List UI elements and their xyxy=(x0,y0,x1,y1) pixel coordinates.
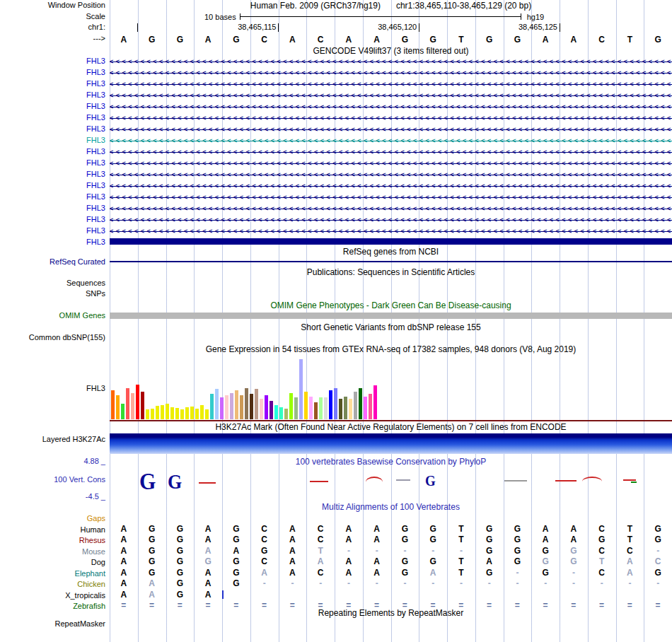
gene-transcript[interactable]: <<<<<<<<<<<<<<<<<<<<<<<<<<<<<<<<<<<<<<<<… xyxy=(110,169,672,180)
gene-label-fhl3[interactable]: FHL3 xyxy=(0,214,110,226)
gtex-bar[interactable] xyxy=(111,390,115,419)
conservation-letter[interactable]: G xyxy=(139,472,156,491)
conservation-letter[interactable]: G xyxy=(425,474,436,486)
dbsnp-label[interactable]: Common dbSNP(155) xyxy=(0,332,110,344)
alignment-row-x_tropicalis[interactable]: X_tropicalisAAGA xyxy=(0,590,672,601)
gene-label-fhl3[interactable]: FHL3 xyxy=(0,158,110,169)
gene-transcript[interactable]: <<<<<<<<<<<<<<<<<<<<<<<<<<<<<<<<<<<<<<<<… xyxy=(110,101,672,112)
gene-transcript[interactable]: <<<<<<<<<<<<<<<<<<<<<<<<<<<<<<<<<<<<<<<<… xyxy=(110,112,672,124)
alignment-row-dog[interactable]: DogAGGGGCAAAAGGTAGGGTAC xyxy=(0,556,672,568)
gene-label-fhl3[interactable]: FHL3 xyxy=(0,90,110,101)
gene-label-fhl3[interactable]: FHL3 xyxy=(0,56,110,67)
gene-transcript[interactable]: <<<<<<<<<<<<<<<<<<<<<<<<<<<<<<<<<<<<<<<<… xyxy=(110,56,672,67)
gtex-bar[interactable] xyxy=(200,405,204,419)
conservation-mark[interactable] xyxy=(623,479,636,481)
conservation-label[interactable]: 100 Vert. Cons xyxy=(0,475,110,484)
h3k27ac-label[interactable]: Layered H3K27Ac xyxy=(0,432,110,456)
gtex-bar[interactable] xyxy=(294,397,298,419)
gtex-bar[interactable] xyxy=(329,390,332,419)
gene-transcript[interactable]: <<<<<<<<<<<<<<<<<<<<<<<<<<<<<<<<<<<<<<<<… xyxy=(110,124,672,135)
gtex-bar[interactable] xyxy=(190,407,194,419)
gtex-bar[interactable] xyxy=(205,409,209,419)
gtex-bar[interactable] xyxy=(250,394,253,419)
gtex-bar[interactable] xyxy=(364,397,367,419)
gtex-bar[interactable] xyxy=(175,408,179,419)
conservation-mark[interactable] xyxy=(504,480,527,482)
refseq-line[interactable] xyxy=(110,261,672,262)
gtex-bar[interactable] xyxy=(284,409,288,419)
alignment-row-chicken[interactable]: ChickenAAGAG--------------- xyxy=(0,578,672,590)
gtex-bar[interactable] xyxy=(121,404,124,419)
gtex-bar[interactable] xyxy=(339,399,342,419)
conservation-mark[interactable] xyxy=(199,482,216,484)
alignment-row-elephant[interactable]: ElephantAGGAGAACAAGATG-G-CAG xyxy=(0,568,672,579)
gtex-bar[interactable] xyxy=(373,385,377,419)
gene-transcript[interactable]: <<<<<<<<<<<<<<<<<<<<<<<<<<<<<<<<<<<<<<<<… xyxy=(110,146,672,158)
gtex-bar[interactable] xyxy=(279,407,283,419)
gene-transcript[interactable]: <<<<<<<<<<<<<<<<<<<<<<<<<<<<<<<<<<<<<<<<… xyxy=(110,90,672,101)
gtex-bar[interactable] xyxy=(274,405,278,419)
gtex-bar[interactable] xyxy=(225,395,228,419)
alignment-row-gaps[interactable]: Gaps xyxy=(0,513,672,524)
conservation-mark[interactable] xyxy=(555,480,577,482)
conservation-mark[interactable] xyxy=(310,481,328,482)
gtex-bar[interactable] xyxy=(161,405,164,419)
gtex-bar[interactable] xyxy=(126,388,129,419)
gene-transcript[interactable]: <<<<<<<<<<<<<<<<<<<<<<<<<<<<<<<<<<<<<<<<… xyxy=(110,78,672,90)
gtex-bar[interactable] xyxy=(344,397,347,419)
gtex-bar[interactable] xyxy=(299,359,303,419)
gtex-bar[interactable] xyxy=(195,409,199,419)
gtex-bar[interactable] xyxy=(235,390,238,419)
gene-label-fhl3[interactable]: FHL3 xyxy=(0,78,110,90)
gtex-bar[interactable] xyxy=(354,392,357,419)
conservation-mark[interactable] xyxy=(396,479,410,481)
gtex-bar[interactable] xyxy=(170,407,174,419)
gene-label-fhl3[interactable]: FHL3 xyxy=(0,112,110,124)
gtex-bar[interactable] xyxy=(215,389,219,419)
alignment-row-human[interactable]: HumanAGGAGCACAAGGTGGAACTG xyxy=(0,524,672,535)
gene-transcript[interactable]: <<<<<<<<<<<<<<<<<<<<<<<<<<<<<<<<<<<<<<<<… xyxy=(110,67,672,78)
snps-label[interactable]: SNPs xyxy=(0,288,110,300)
gene-transcript[interactable]: <<<<<<<<<<<<<<<<<<<<<<<<<<<<<<<<<<<<<<<<… xyxy=(110,192,672,203)
gtex-bar[interactable] xyxy=(369,394,372,419)
gene-label-fhl3[interactable]: FHL3 xyxy=(0,180,110,192)
gene-label-fhl3-bar[interactable]: FHL3 xyxy=(0,237,110,246)
gene-label-fhl3[interactable]: FHL3 xyxy=(0,146,110,158)
gtex-bar[interactable] xyxy=(116,395,120,419)
gtex-bar[interactable] xyxy=(260,399,263,419)
gtex-bar[interactable] xyxy=(304,392,308,419)
gtex-bar[interactable] xyxy=(334,388,337,419)
gtex-bar[interactable] xyxy=(151,409,154,419)
gene-transcript[interactable]: <<<<<<<<<<<<<<<<<<<<<<<<<<<<<<<<<<<<<<<<… xyxy=(110,180,672,192)
gtex-bar[interactable] xyxy=(180,409,184,419)
gene-label-fhl3[interactable]: FHL3 xyxy=(0,203,110,214)
gtex-bar[interactable] xyxy=(255,389,258,419)
gtex-bar[interactable] xyxy=(314,402,318,419)
omim-label[interactable]: OMIM Genes xyxy=(0,310,110,322)
gene-label-fhl3[interactable]: FHL3 xyxy=(0,101,110,112)
omim-bar[interactable] xyxy=(110,313,672,319)
gtex-bar[interactable] xyxy=(141,392,144,419)
gene-label-fhl3[interactable]: FHL3 xyxy=(0,67,110,78)
gtex-bar[interactable] xyxy=(230,393,233,419)
gene-transcript[interactable]: <<<<<<<<<<<<<<<<<<<<<<<<<<<<<<<<<<<<<<<<… xyxy=(110,203,672,214)
conservation-logo[interactable]: GGG xyxy=(110,467,672,491)
gene-transcript[interactable]: <<<<<<<<<<<<<<<<<<<<<<<<<<<<<<<<<<<<<<<<… xyxy=(110,214,672,226)
conservation-letter[interactable]: G xyxy=(168,474,182,491)
gtex-bar[interactable] xyxy=(359,388,362,419)
conservation-mark[interactable] xyxy=(631,482,637,483)
gene-transcript[interactable]: <<<<<<<<<<<<<<<<<<<<<<<<<<<<<<<<<<<<<<<<… xyxy=(110,158,672,169)
gtex-bar[interactable] xyxy=(166,404,169,419)
gtex-bar[interactable] xyxy=(185,407,189,419)
gene-label-fhl3[interactable]: FHL3 xyxy=(0,169,110,180)
sequences-label[interactable]: Sequences xyxy=(0,278,110,288)
gene-label-fhl3[interactable]: FHL3 xyxy=(0,124,110,135)
gene-label-fhl3[interactable]: FHL3 xyxy=(0,192,110,203)
gene-transcript[interactable]: <<<<<<<<<<<<<<<<<<<<<<<<<<<<<<<<<<<<<<<<… xyxy=(110,135,672,146)
conservation-mark[interactable] xyxy=(366,477,383,482)
gtex-bar[interactable] xyxy=(265,395,268,419)
repeatmasker-label[interactable]: RepeatMasker xyxy=(0,619,110,633)
alignment-row-mouse[interactable]: MouseAGGAAGAT-----GGGGCC- xyxy=(0,546,672,557)
gtex-bar[interactable] xyxy=(319,397,323,419)
gene-label-fhl3[interactable]: FHL3 xyxy=(0,135,110,146)
